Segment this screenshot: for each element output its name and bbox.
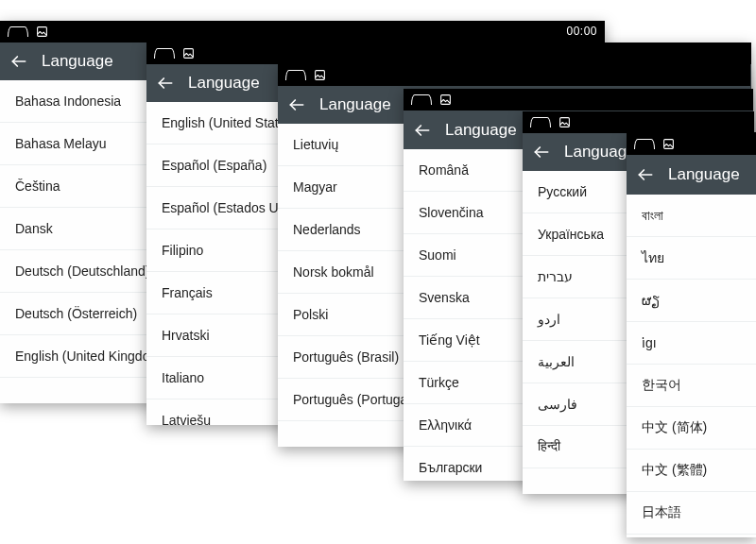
language-panel: Languageবাংলাไทยຜຽı̇gı한국어中文 (简体)中文 (繁體)日… — [627, 132, 756, 537]
page-title: Language — [319, 95, 391, 114]
status-bar — [523, 111, 754, 133]
back-arrow-icon[interactable] — [413, 121, 432, 140]
picture-icon — [439, 94, 452, 106]
language-row[interactable]: 中文 (繁體) — [627, 450, 756, 492]
title-bar: Language — [627, 155, 756, 195]
language-row[interactable]: বাংলা — [627, 195, 756, 237]
page-title: Language — [668, 165, 740, 184]
status-bar — [404, 89, 753, 110]
home-icon — [8, 26, 28, 37]
back-arrow-icon[interactable] — [156, 74, 175, 93]
language-row[interactable]: ไทย — [627, 237, 756, 280]
language-row[interactable]: 中文 (简体) — [627, 407, 756, 450]
picture-icon — [314, 69, 326, 81]
language-list[interactable]: বাংলাไทยຜຽı̇gı한국어中文 (简体)中文 (繁體)日本語 — [627, 195, 756, 537]
home-icon — [411, 94, 432, 105]
picture-icon — [36, 26, 48, 38]
picture-icon — [558, 116, 571, 128]
language-row[interactable]: 한국어 — [627, 365, 756, 407]
language-row[interactable]: ຜຽ — [627, 280, 756, 322]
status-bar — [278, 64, 750, 86]
svg-rect-6 — [441, 95, 451, 105]
back-arrow-icon[interactable] — [636, 165, 655, 184]
home-icon — [634, 139, 655, 149]
back-arrow-icon[interactable] — [287, 95, 306, 114]
svg-rect-0 — [38, 27, 47, 37]
status-clock: 00:00 — [566, 25, 597, 38]
page-title: Language — [445, 121, 517, 140]
status-right: 00:00 — [566, 25, 597, 38]
page-title: Language — [42, 52, 113, 71]
status-bar: 00:00 — [0, 21, 605, 42]
back-arrow-icon[interactable] — [532, 143, 551, 162]
svg-rect-8 — [560, 118, 570, 128]
svg-rect-2 — [184, 49, 194, 59]
home-icon — [285, 70, 306, 80]
status-bar — [146, 42, 751, 64]
back-arrow-icon[interactable] — [9, 52, 28, 71]
language-row[interactable]: 日本語 — [627, 492, 756, 535]
page-title: Language — [564, 143, 636, 162]
status-bar — [627, 132, 756, 155]
page-title: Language — [188, 74, 260, 93]
svg-rect-4 — [316, 71, 325, 80]
language-row[interactable]: ı̇gı — [627, 322, 756, 365]
home-icon — [530, 117, 551, 128]
svg-rect-10 — [664, 139, 674, 148]
picture-icon — [662, 138, 675, 150]
home-icon — [154, 48, 175, 59]
picture-icon — [182, 47, 195, 60]
